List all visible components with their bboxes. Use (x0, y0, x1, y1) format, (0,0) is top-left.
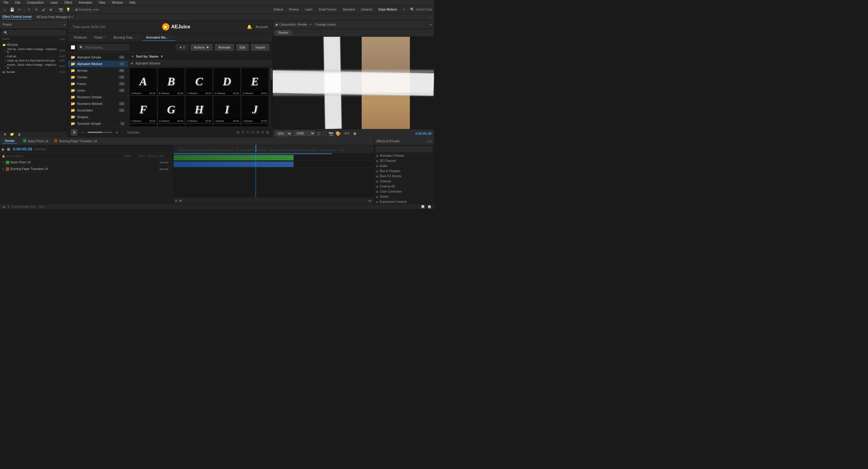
status-house-btn[interactable]: 🏠 (427, 205, 432, 209)
tab-prism-close[interactable]: × (104, 36, 106, 39)
viewer-menu[interactable]: ≡ (430, 23, 432, 26)
effect-blur[interactable]: ▶ Blur & Sharpen (374, 168, 434, 174)
workspace-standard[interactable]: Standard (341, 7, 357, 12)
render-button[interactable]: Render (275, 30, 292, 35)
effect-channel[interactable]: ▶ Channel (374, 179, 434, 184)
workspace-libraries[interactable]: Libraries (359, 7, 374, 12)
effect-cinema4d[interactable]: ▶ Cinema 4D (374, 184, 434, 189)
clone-btn[interactable]: ⊕ (48, 7, 54, 13)
import-button[interactable]: Import (251, 44, 270, 51)
tl-play-btn[interactable]: ▶ (2, 147, 5, 152)
edit-button[interactable]: Edit (236, 44, 249, 51)
item-o-wicked[interactable]: O O Wicked 00:00 (241, 124, 268, 127)
menu-file[interactable]: File (2, 0, 10, 5)
item-c-wicked[interactable]: C C Wicked 00:00 (186, 68, 213, 95)
scrollbar-thumb[interactable] (271, 67, 273, 80)
zoom-select[interactable]: 50% 100% 25% (275, 131, 292, 136)
tl-stop-btn2[interactable]: ⏹ (179, 199, 182, 202)
effects-menu[interactable]: ≡ × (428, 140, 432, 143)
tab-burning-close[interactable]: × (137, 36, 139, 39)
clip-burning-paper[interactable] (174, 162, 293, 167)
tool1-btn[interactable]: ↩ (16, 7, 22, 13)
tab-animated-close[interactable]: × (170, 36, 172, 39)
cat-faces[interactable]: 📂 Faces 14 (68, 81, 128, 87)
bell-button[interactable]: 🔔 (247, 24, 252, 29)
minus-button[interactable]: − (80, 130, 85, 135)
workspace-learn[interactable]: Learn (303, 7, 315, 12)
light-btn[interactable]: 💡 (65, 7, 71, 13)
select-all-checkbox[interactable] (71, 45, 75, 50)
tree-item-fold[interactable]: ▪ Fold ab MPE (0, 54, 67, 59)
tl-menu[interactable]: ≡ (370, 140, 371, 143)
actions-button[interactable]: Actions ▼ (191, 44, 213, 51)
tree-item-redhaired[interactable]: ▪ Close up Shot of a Red-Haired Girl.mp4… (0, 59, 67, 63)
workspace-review[interactable]: Review (287, 7, 301, 12)
project-search-input[interactable] (2, 30, 66, 35)
preview-fit-btn[interactable]: ⊡ (317, 131, 321, 136)
effect-animation-presets[interactable]: ▶ Animation Presets (374, 153, 434, 158)
effect-boris[interactable]: ▶ Boris FX Mocha (374, 174, 434, 179)
tree-item-aejuice[interactable]: 📁 AEJuice (0, 42, 67, 47)
camera-btn[interactable]: 📷 (58, 7, 64, 13)
new-item-btn[interactable]: ⊕ (2, 131, 8, 137)
tl-tab-basic-prism[interactable]: Basic Prism 14 (21, 139, 51, 144)
tab-animated[interactable]: Animated Ma... × (142, 34, 176, 41)
home-btn[interactable]: ⌂ (2, 7, 8, 13)
workspace-dope[interactable]: Dope Motions (377, 7, 399, 12)
status-info-btn[interactable]: ℹ (8, 205, 9, 209)
tl-play-btn2[interactable]: ▶ (176, 199, 178, 202)
cat-alphabet-simple[interactable]: 📂 Alphabet Simple 26 (68, 54, 128, 61)
item-i-wicked[interactable]: I I Wicked 00:00 (214, 96, 241, 123)
tree-item-empire[interactable]: ▪ empire...Stock Video Footage - Artgrid… (0, 63, 67, 70)
cat-numbers-simple[interactable]: 📂 Numbers Simple (68, 94, 128, 100)
tab-prism[interactable]: Prism × (90, 34, 110, 41)
effects-search-input[interactable] (376, 147, 432, 152)
cat-symbols-simple[interactable]: 📂 Symbols Simple 9 (68, 120, 128, 127)
animate-button[interactable]: Animate (215, 44, 234, 51)
layer-eye-1[interactable]: 👁 (2, 161, 4, 164)
items-scrollbar[interactable] (270, 66, 273, 127)
clip-basic-prism[interactable] (174, 155, 293, 160)
effect-controls-tab[interactable]: Effect Controls (none) (2, 14, 32, 20)
stars-button[interactable]: ★ 0 (176, 44, 188, 51)
item-g-wicked[interactable]: G G Wicked 00:00 (158, 96, 185, 123)
item-f-wicked[interactable]: F F Wicked 00:00 (130, 96, 157, 123)
item-b-wicked[interactable]: B B Wicked 00:00 (158, 68, 185, 95)
quality-select[interactable]: (Half) (Full) (Quarter) (294, 131, 315, 136)
save-btn[interactable]: 💾 (9, 7, 15, 13)
tree-item-render[interactable]: ▣ Render Com (0, 70, 67, 74)
layer-row-1[interactable]: 👁 Basic Prism 14 Normal (0, 159, 173, 166)
menu-window[interactable]: Window (111, 0, 124, 5)
list-view-btn[interactable]: ☰ (241, 130, 245, 134)
plus-button[interactable]: + (114, 130, 120, 135)
cat-circles[interactable]: 📂 Circles 10 (68, 74, 128, 81)
folder-btn[interactable]: 📁 (9, 131, 15, 137)
preview-record-btn[interactable]: ⏺ (352, 131, 357, 136)
effect-expression[interactable]: ▶ Expression Controls (374, 199, 434, 204)
menu-animation[interactable]: Animation (78, 0, 93, 5)
status-home-btn[interactable]: ⏏ (2, 205, 5, 209)
item-search-input[interactable] (78, 44, 129, 50)
menu-view[interactable]: View (98, 0, 107, 5)
menu-help[interactable]: Help (128, 0, 137, 5)
item-l-wicked[interactable]: L L Wicked 00:00 (158, 124, 185, 127)
effect-audio[interactable]: ▶ Audio (374, 163, 434, 168)
effect-distort[interactable]: ▶ Distort (374, 194, 434, 199)
menu-composition[interactable]: Composition (26, 0, 45, 5)
panel-close[interactable]: × (310, 23, 312, 26)
item-j-wicked[interactable]: J J Wicked 00:00 (241, 96, 268, 123)
loop-btn[interactable]: ⟳ (251, 130, 254, 134)
settings-btn[interactable]: ⚙ (256, 130, 259, 134)
select-btn[interactable]: ↖ (26, 7, 32, 13)
cat-arrows[interactable]: 📂 Arrows 66 (68, 67, 128, 74)
project-menu[interactable]: ≡ (64, 23, 65, 26)
cat-lines[interactable]: 📂 Lines 18 (68, 87, 128, 94)
workspace-default[interactable]: Default (272, 7, 285, 12)
effect-3d-channel[interactable]: ▶ 3D Channel (374, 158, 434, 163)
item-a-wicked[interactable]: A A Wicked 00:00 (130, 68, 157, 95)
layer-eye-2[interactable]: 👁 (2, 167, 4, 170)
tree-item-chef[interactable]: ▪ chef op...Stock Video Footage - Artgri… (0, 47, 67, 54)
refresh-btn[interactable]: ↻ (247, 130, 250, 134)
pen-btn[interactable]: ✏ (33, 7, 39, 13)
aejuice-pack-tab[interactable]: AEJuice Pack Manager 4 × (36, 15, 73, 19)
